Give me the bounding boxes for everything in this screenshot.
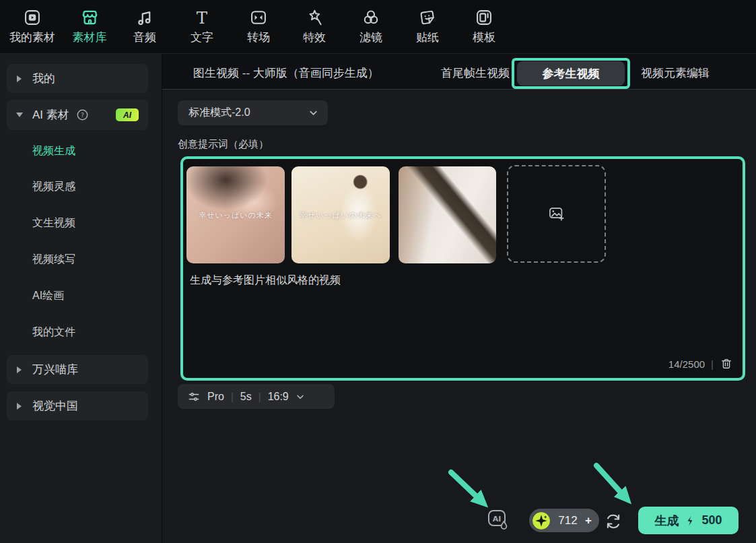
content-tab-bar: 图生视频 -- 大师版（音画同步生成） 首尾帧生视频 参考生视频 视频元素编辑: [162, 54, 756, 90]
svg-text:T: T: [197, 8, 208, 27]
trash-icon: [720, 357, 733, 371]
add-credits-button[interactable]: +: [585, 514, 592, 528]
mode-select-value: 标准模式-2.0: [188, 106, 308, 120]
sidebar-group-label: 视觉中国: [32, 398, 78, 414]
sidebar-item-video-inspiration[interactable]: 视频灵感: [32, 180, 75, 194]
sliders-icon: [187, 390, 201, 404]
setting-duration: 5s: [240, 391, 252, 403]
topbar-item-audio[interactable]: 音频: [133, 7, 156, 45]
refresh-credits-button[interactable]: [605, 513, 622, 530]
tab-image-to-video-master[interactable]: 图生视频 -- 大师版（音画同步生成）: [193, 65, 379, 81]
credits-balance-pill[interactable]: 712 +: [529, 509, 599, 532]
main-panel: 标准模式-2.0 创意提示词（必填） 幸せいっぱいの未来 幸せいっぱいの未来へ: [162, 90, 756, 543]
annotation-highlight-box: [512, 58, 630, 89]
prompt-input-area[interactable]: 幸せいっぱいの未来 幸せいっぱいの未来へ 生成与参考图片相似风格的视频 14/2…: [180, 156, 745, 381]
sidebar-group-miao-library[interactable]: 万兴喵库: [7, 355, 148, 384]
topbar-item-stock-library[interactable]: 素材库: [73, 7, 107, 45]
template-icon: [474, 7, 494, 28]
topbar-item-label: 音频: [133, 30, 156, 45]
generate-label: 生成: [654, 513, 679, 529]
svg-text:?: ?: [81, 111, 84, 119]
sidebar-group-ai-assets[interactable]: AI 素材 ? AI: [7, 100, 148, 130]
topbar-item-label: 滤镜: [359, 30, 382, 45]
credit-coin-icon: [532, 511, 551, 530]
mode-select-dropdown[interactable]: 标准模式-2.0: [178, 100, 328, 125]
reference-image-caption: 幸せいっぱいの未来へ: [291, 210, 390, 220]
chevron-right-icon: [17, 75, 22, 82]
reference-image-caption: 幸せいっぱいの未来: [186, 210, 285, 220]
top-toolbar: 我的素材 素材库 音频: [0, 0, 756, 54]
music-note-icon: [135, 7, 155, 28]
generate-button[interactable]: 生成 500: [638, 507, 738, 534]
topbar-item-my-media[interactable]: 我的素材: [9, 7, 55, 45]
char-counter: 14/2500: [668, 358, 705, 370]
credits-amount: 712: [551, 514, 585, 528]
counter-row: 14/2500 |: [668, 357, 733, 371]
add-reference-image-button[interactable]: [507, 165, 606, 263]
topbar-item-label: 我的素材: [9, 30, 55, 45]
generation-settings-bar[interactable]: Pro | 5s | 16:9: [178, 384, 335, 409]
ai-prompt-writer-button[interactable]: AI: [487, 507, 510, 533]
topbar-item-label: 贴纸: [416, 30, 439, 45]
generate-cost: 500: [701, 513, 722, 528]
clear-prompt-button[interactable]: [720, 357, 733, 371]
prompt-label: 创意提示词（必填）: [178, 138, 269, 151]
sidebar-group-label: 我的: [32, 71, 55, 86]
topbar-item-label: 文字: [191, 30, 213, 45]
effects-star-icon: [304, 7, 324, 28]
help-icon[interactable]: ?: [76, 108, 89, 121]
topbar-item-transitions[interactable]: 转场: [247, 7, 270, 45]
sticker-icon: [417, 7, 438, 28]
add-image-icon: [547, 205, 565, 223]
my-media-icon: [22, 7, 42, 28]
topbar-item-label: 素材库: [73, 30, 107, 45]
refresh-icon: [605, 513, 622, 530]
setting-separator: |: [231, 391, 234, 402]
chevron-down-icon: [16, 113, 23, 117]
transition-icon: [248, 7, 269, 28]
tab-first-last-frame[interactable]: 首尾帧生视频: [441, 65, 510, 81]
text-tool-icon: T: [192, 7, 212, 28]
counter-separator: |: [711, 358, 714, 370]
topbar-item-label: 转场: [247, 30, 270, 45]
filter-circles-icon: [361, 7, 381, 28]
sidebar-group-mine[interactable]: 我的: [7, 64, 148, 93]
topbar-item-text[interactable]: T 文字: [191, 7, 213, 45]
app-window: 我的素材 素材库 音频: [0, 0, 756, 543]
sidebar-item-my-files[interactable]: 我的文件: [32, 325, 75, 340]
sidebar-item-video-generation[interactable]: 视频生成: [32, 144, 75, 158]
chevron-down-icon: [296, 392, 305, 402]
sidebar-group-label: AI 素材: [32, 107, 69, 123]
reference-image-3[interactable]: [399, 166, 496, 263]
topbar-item-templates[interactable]: 模板: [473, 7, 495, 45]
topbar-item-label: 模板: [473, 30, 495, 45]
sidebar-item-ai-painting[interactable]: AI绘画: [32, 289, 64, 303]
topbar-item-effects[interactable]: 特效: [303, 7, 326, 45]
spark-cost-icon: [684, 515, 696, 527]
reference-image-1[interactable]: 幸せいっぱいの未来: [186, 166, 285, 263]
store-icon: [79, 7, 100, 28]
setting-pro: Pro: [207, 391, 224, 403]
chevron-down-icon: [308, 108, 318, 118]
sidebar: 我的 AI 素材 ? AI 视频生成 视频灵感 文生视频 视频续写 AI绘画 我…: [0, 54, 162, 543]
tab-video-element-edit[interactable]: 视频元素编辑: [641, 65, 710, 81]
ai-badge: AI: [116, 108, 139, 121]
sidebar-group-label: 万兴喵库: [32, 362, 78, 377]
topbar-item-label: 特效: [303, 30, 326, 45]
ai-ink-icon: AI: [487, 507, 510, 533]
sidebar-item-text-to-video[interactable]: 文生视频: [32, 216, 75, 230]
sidebar-item-video-extend[interactable]: 视频续写: [32, 253, 75, 267]
setting-ratio: 16:9: [268, 391, 289, 403]
prompt-text[interactable]: 生成与参考图片相似风格的视频: [190, 274, 341, 288]
topbar-item-filters[interactable]: 滤镜: [359, 7, 382, 45]
svg-text:AI: AI: [493, 515, 502, 523]
chevron-right-icon: [17, 403, 22, 410]
chevron-right-icon: [17, 366, 22, 373]
topbar-item-stickers[interactable]: 贴纸: [416, 7, 439, 45]
sidebar-group-visual-china[interactable]: 视觉中国: [7, 391, 148, 420]
setting-separator: |: [259, 391, 261, 402]
reference-image-2[interactable]: 幸せいっぱいの未来へ: [291, 166, 390, 263]
